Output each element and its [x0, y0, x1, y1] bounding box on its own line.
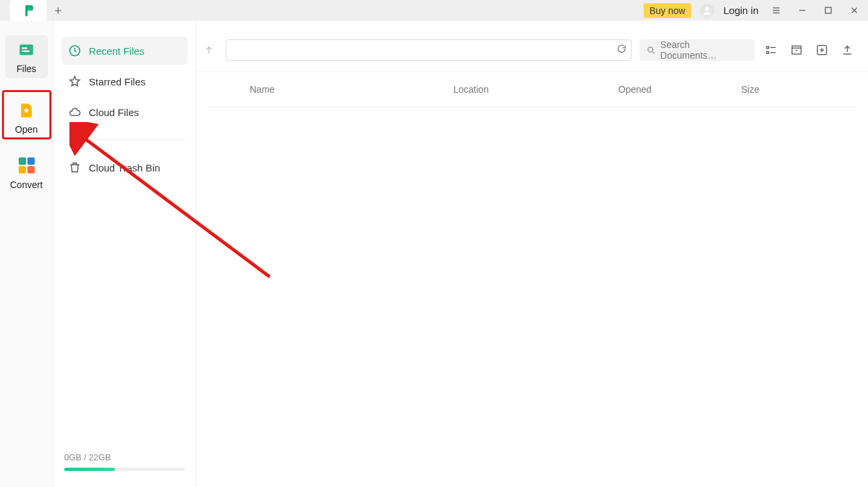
view-list-button[interactable] [763, 41, 780, 59]
upload-button[interactable] [839, 41, 856, 59]
window-minimize-button[interactable] [793, 2, 811, 19]
sidebar-item-trash[interactable]: Cloud Trash Bin [61, 153, 188, 181]
sidebar-item-label: Cloud Files [89, 107, 139, 118]
arrow-up-icon [204, 45, 214, 55]
star-icon [68, 75, 81, 88]
th-name[interactable]: Name [250, 84, 453, 95]
titlebar: Buy now Login in [0, 0, 868, 21]
rail-item-files[interactable]: Files [5, 35, 48, 78]
window-maximize-button[interactable] [819, 2, 837, 19]
cloud-icon [68, 105, 81, 119]
path-input[interactable] [226, 39, 632, 61]
storage-bar [64, 468, 185, 471]
svg-rect-7 [767, 47, 769, 49]
sidebar-item-cloud[interactable]: Cloud Files [61, 98, 188, 126]
titlebar-right: Buy now Login in [644, 0, 868, 21]
nav-rail: Files Open Convert [0, 21, 53, 487]
sidebar-list: Recent Files Starred Files Cloud Files C… [61, 37, 188, 452]
user-icon [702, 5, 712, 16]
search-icon [646, 45, 656, 55]
svg-rect-4 [22, 50, 29, 51]
sidebar-item-recent[interactable]: Recent Files [61, 37, 188, 65]
storage-text: 0GB / 22GB [64, 452, 185, 462]
th-opened[interactable]: Opened [618, 84, 741, 95]
nav-up-button[interactable] [200, 41, 218, 59]
plus-icon [53, 6, 63, 15]
rail-item-label: Convert [10, 179, 43, 190]
th-size[interactable]: Size [741, 84, 759, 95]
close-icon [849, 5, 859, 15]
maximize-icon [823, 5, 833, 15]
svg-point-0 [706, 7, 709, 10]
rail-item-label: Open [15, 124, 37, 135]
upload-icon [841, 44, 853, 56]
svg-rect-3 [22, 47, 27, 49]
plus-square-icon [816, 44, 828, 56]
sidebar-separator [64, 139, 185, 140]
list-view-icon [765, 44, 777, 56]
minimize-icon [797, 5, 807, 15]
main-area: Search Documents… Name Location Opened S… [196, 21, 868, 487]
sidebar: Recent Files Starred Files Cloud Files C… [53, 21, 196, 487]
trash-icon [68, 161, 81, 174]
hamburger-icon [771, 5, 781, 15]
rail-item-open[interactable]: Open [2, 90, 51, 139]
refresh-button[interactable] [616, 43, 627, 57]
search-placeholder: Search Documents… [660, 39, 748, 61]
table-header: Name Location Opened Size [208, 72, 856, 107]
sidebar-item-label: Starred Files [89, 76, 146, 87]
new-tab-button[interactable] [47, 0, 69, 21]
svg-rect-2 [19, 44, 33, 55]
svg-point-6 [648, 47, 652, 51]
sidebar-item-starred[interactable]: Starred Files [61, 67, 188, 95]
body: Files Open Convert Recent Files Starred … [0, 21, 868, 487]
svg-rect-8 [767, 51, 769, 53]
app-logo-icon [22, 4, 35, 17]
files-icon [17, 39, 37, 59]
storage-indicator: 0GB / 22GB [61, 452, 188, 478]
archive-icon [791, 44, 803, 56]
clock-icon [68, 44, 81, 57]
titlebar-left [0, 0, 69, 21]
th-location[interactable]: Location [453, 84, 618, 95]
main-topbar: Search Documents… [196, 21, 868, 72]
login-link[interactable]: Login in [723, 5, 758, 16]
rail-item-label: Files [17, 63, 37, 74]
app-tab[interactable] [10, 0, 47, 21]
refresh-icon [616, 43, 627, 54]
new-button[interactable] [813, 41, 831, 59]
main-menu-button[interactable] [767, 2, 785, 19]
window-close-button[interactable] [845, 2, 863, 19]
rail-item-convert[interactable]: Convert [5, 151, 48, 194]
avatar[interactable] [700, 3, 714, 18]
folder-button[interactable] [788, 41, 805, 59]
sidebar-item-label: Cloud Trash Bin [89, 162, 160, 173]
svg-rect-1 [825, 7, 831, 13]
search-box[interactable]: Search Documents… [640, 39, 754, 61]
storage-bar-fill [64, 468, 115, 471]
sidebar-item-label: Recent Files [89, 45, 144, 57]
convert-icon [17, 155, 37, 175]
buy-now-button[interactable]: Buy now [644, 3, 692, 18]
open-icon [17, 100, 37, 120]
